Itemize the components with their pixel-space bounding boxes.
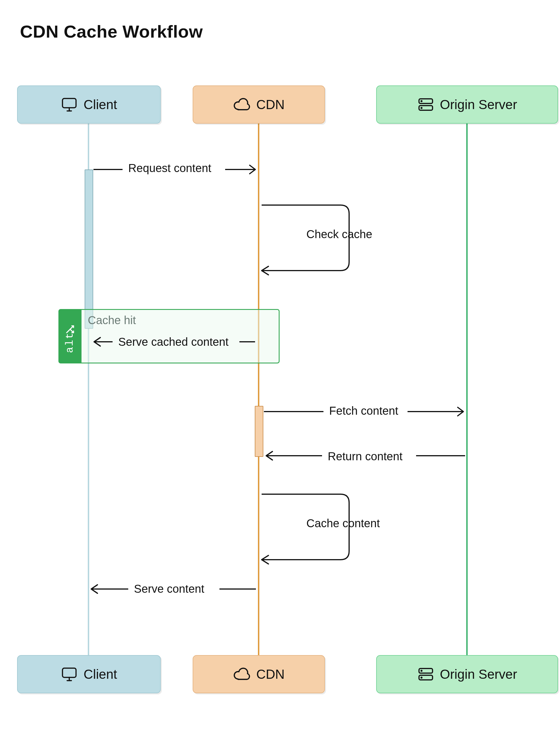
msg-check-cache: Check cache xyxy=(306,228,372,241)
participant-origin-bottom: Origin Server xyxy=(376,655,558,693)
svg-rect-7 xyxy=(62,668,76,678)
svg-point-12 xyxy=(421,670,422,671)
participant-cdn-label: CDN xyxy=(256,666,285,682)
svg-point-6 xyxy=(421,108,422,109)
msg-fetch-content: Fetch content xyxy=(329,404,398,417)
alt-label: alt xyxy=(64,332,76,353)
svg-point-13 xyxy=(421,677,422,678)
participant-client-top: Client xyxy=(17,85,161,124)
server-icon xyxy=(417,97,434,112)
msg-request-content: Request content xyxy=(128,162,211,175)
msg-serve-content: Serve content xyxy=(134,582,204,595)
activation-cdn xyxy=(255,406,263,457)
participant-origin-label: Origin Server xyxy=(440,666,517,682)
monitor-icon xyxy=(61,96,78,113)
participant-cdn-label: CDN xyxy=(256,97,285,112)
participant-client-bottom: Client xyxy=(17,655,161,693)
server-icon xyxy=(417,667,434,682)
participant-origin-top: Origin Server xyxy=(376,85,558,124)
alt-guard: Cache hit xyxy=(88,314,136,327)
participant-origin-label: Origin Server xyxy=(440,97,517,112)
participant-cdn-bottom: CDN xyxy=(193,655,325,693)
lifeline-cdn xyxy=(258,123,259,655)
alt-tab: alt xyxy=(59,309,82,363)
participant-client-label: Client xyxy=(84,666,117,682)
monitor-icon xyxy=(61,666,78,683)
msg-cache-content: Cache content xyxy=(306,517,380,530)
diagram-canvas: CDN Cache Workflow Client CDN Origin Ser… xyxy=(0,0,560,734)
svg-rect-0 xyxy=(62,99,76,108)
msg-return-content: Return content xyxy=(328,450,402,463)
cloud-icon xyxy=(233,667,251,681)
activation-client xyxy=(85,170,93,329)
participant-cdn-top: CDN xyxy=(193,85,325,124)
participant-client-label: Client xyxy=(84,97,117,112)
cloud-icon xyxy=(233,98,251,111)
lifeline-origin xyxy=(466,123,468,655)
diagram-title: CDN Cache Workflow xyxy=(20,21,203,42)
msg-serve-cached: Serve cached content xyxy=(118,336,229,349)
svg-point-5 xyxy=(421,101,422,102)
